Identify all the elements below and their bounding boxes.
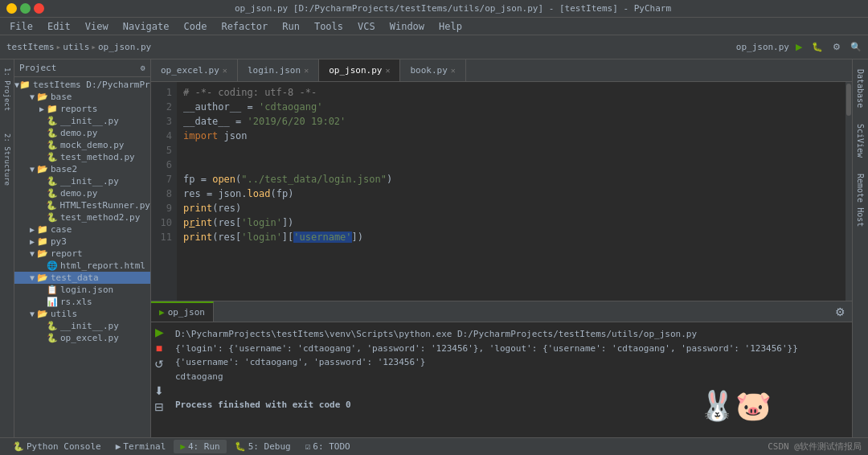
tree-item-base-demo[interactable]: 🐍 demo.py: [14, 127, 150, 139]
bottom-tab-console[interactable]: 🐍 Python Console: [6, 440, 108, 453]
xls-file-icon: 📊: [47, 297, 58, 307]
tree-item-utils-excel[interactable]: 🐍 op_excel.py: [14, 332, 150, 344]
bottom-tab-debug[interactable]: 🐛 5: Debug: [228, 440, 297, 453]
close-icon[interactable]: ✕: [304, 66, 309, 75]
tree-item-html-report[interactable]: 🌐 html_report.html: [14, 260, 150, 272]
bottom-tab-label-todo: 6: TODO: [313, 441, 350, 452]
minimize-button[interactable]: [6, 3, 17, 14]
tree-item-rs-xls[interactable]: 📊 rs.xls: [14, 296, 150, 308]
tree-item-base2-html[interactable]: 🐍 HTMLTestRunner.py: [14, 199, 150, 211]
tree-item-utils[interactable]: ▼ 📂 utils: [14, 308, 150, 320]
folder-icon: 📂: [37, 273, 48, 283]
tab-op-json[interactable]: op_json.py ✕: [319, 59, 400, 81]
tab-login-json[interactable]: login.json ✕: [238, 59, 319, 81]
tab-op-excel[interactable]: op_excel.py ✕: [151, 59, 238, 81]
run-settings-button[interactable]: ⚙: [829, 301, 852, 322]
toolbar-search-button[interactable]: 🔍: [847, 40, 865, 54]
toolbar-settings-button[interactable]: ⚙: [829, 40, 844, 54]
run-tabs: ▶ op_json ⚙: [151, 301, 852, 322]
tree-label-rs-xls: rs.xls: [60, 297, 92, 307]
run-stop-button[interactable]: ■: [154, 342, 164, 355]
menu-help[interactable]: Help: [432, 19, 469, 34]
gear-icon[interactable]: ⚙: [141, 64, 145, 72]
right-tab-database[interactable]: Database: [854, 63, 866, 114]
tree-item-base-test[interactable]: 🐍 test_method.py: [14, 151, 150, 163]
arrow-icon: ▼: [27, 165, 37, 174]
window-controls[interactable]: [6, 3, 44, 14]
sidebar-tab-project[interactable]: 1: Project: [2, 63, 12, 116]
run-scroll-button[interactable]: ⬇: [154, 384, 164, 397]
tab-run[interactable]: ▶ op_json: [151, 301, 214, 322]
menu-tools[interactable]: Tools: [308, 19, 350, 34]
toolbar-config-label: op_json.py: [736, 42, 789, 52]
tree-item-base[interactable]: ▼ 📂 base: [14, 91, 150, 103]
toolbar-file-label: op_json.py: [98, 42, 151, 52]
toolbar-debug-button[interactable]: 🐛: [809, 40, 826, 54]
py-file-icon: 🐍: [47, 176, 58, 187]
code-line-11: print(res['login']['username']): [183, 230, 839, 244]
tree-item-reports[interactable]: ▶ 📁 reports: [14, 103, 150, 115]
tree-item-base-mock[interactable]: 🐍 mock_demo.py: [14, 139, 150, 151]
tree-item-case[interactable]: ▶ 📁 case: [14, 223, 150, 236]
tree-item-base-init[interactable]: 🐍 __init__.py: [14, 115, 150, 127]
code-line-9: print(res): [183, 201, 839, 215]
menu-window[interactable]: Window: [383, 19, 431, 34]
main-layout: 1: Project 2: Structure Project ⚙ ▼ 📁 te…: [0, 59, 868, 437]
project-header-controls[interactable]: ⚙: [141, 64, 145, 72]
tree-item-base2-test2[interactable]: 🐍 test_method2.py: [14, 211, 150, 223]
run-button[interactable]: ▶: [792, 40, 805, 54]
html-file-icon: 🌐: [47, 260, 58, 271]
py-file-icon: 🐍: [46, 200, 57, 211]
bottom-tab-run[interactable]: ▶ 4: Run: [174, 440, 226, 453]
tree-label-base2: base2: [51, 164, 77, 174]
py-file-icon: 🐍: [47, 116, 58, 126]
close-icon[interactable]: ✕: [451, 66, 456, 75]
tree-item-base2-init[interactable]: 🐍 __init__.py: [14, 175, 150, 187]
tree-item-py3[interactable]: ▶ 📁 py3: [14, 236, 150, 248]
tree-label-reports: reports: [60, 104, 97, 114]
menu-vcs[interactable]: VCS: [351, 19, 382, 34]
run-output-line4: [175, 383, 844, 398]
menu-bar: File Edit View Navigate Code Refactor Ru…: [0, 18, 868, 35]
tree-item-utils-init[interactable]: 🐍 __init__.py: [14, 320, 150, 332]
run-play-button[interactable]: ▶: [154, 326, 164, 338]
tree-label-utils-excel: op_excel.py: [60, 333, 119, 343]
menu-file[interactable]: File: [3, 19, 39, 34]
menu-refactor[interactable]: Refactor: [215, 19, 274, 34]
tree-item-test-data[interactable]: ▼ 📂 test_data: [14, 272, 150, 284]
tree-label-base2-html: HTMLTestRunner.py: [59, 200, 150, 211]
close-button[interactable]: [34, 3, 44, 14]
tab-book-py[interactable]: book.py ✕: [400, 59, 465, 81]
run-icon: ▶: [180, 441, 186, 452]
run-filter-button[interactable]: ⊟: [154, 400, 164, 413]
close-icon[interactable]: ✕: [385, 66, 390, 75]
tree-item-base2-demo[interactable]: 🐍 demo.py: [14, 187, 150, 199]
menu-navigate[interactable]: Navigate: [117, 19, 176, 34]
maximize-button[interactable]: [20, 3, 31, 14]
project-tree[interactable]: ▼ 📁 testItems D:/PycharmProjects ▼ 📂 bas…: [14, 77, 150, 437]
menu-edit[interactable]: Edit: [41, 19, 77, 34]
tree-item-report[interactable]: ▼ 📂 report: [14, 248, 150, 260]
tree-item-base2[interactable]: ▼ 📂 base2: [14, 163, 150, 175]
arrow-icon: ▼: [27, 92, 37, 101]
tree-item-login-json[interactable]: 📋 login.json: [14, 284, 150, 296]
tree-label-utils: utils: [51, 309, 77, 319]
run-rerun-button[interactable]: ↺: [154, 358, 164, 371]
bottom-tab-terminal[interactable]: ▶ Terminal: [109, 440, 173, 453]
left-sidebar-tabs: 1: Project 2: Structure: [0, 59, 14, 437]
menu-view[interactable]: View: [79, 19, 115, 34]
run-output-line2: {'username': 'cdtaogang', 'password': '1…: [175, 355, 844, 370]
tree-label-py3: py3: [51, 236, 67, 247]
code-line-1: # -*- coding: utf-8 -*-: [183, 85, 839, 100]
code-line-6: [183, 158, 839, 172]
close-icon[interactable]: ✕: [223, 66, 227, 75]
tree-item-testItems[interactable]: ▼ 📁 testItems D:/PycharmProjects: [14, 79, 150, 91]
right-tab-sciview[interactable]: SciView: [854, 117, 866, 164]
menu-run[interactable]: Run: [276, 19, 306, 34]
run-exit-line: Process finished with exit code 0: [175, 398, 844, 412]
bottom-tab-todo[interactable]: ☑ 6: TODO: [299, 440, 357, 453]
sidebar-tab-structure[interactable]: 2: Structure: [2, 129, 12, 191]
right-tab-remote[interactable]: Remote Host: [854, 167, 866, 233]
menu-code[interactable]: Code: [178, 19, 214, 34]
code-content[interactable]: # -*- coding: utf-8 -*- __author__ = 'cd…: [177, 82, 845, 301]
